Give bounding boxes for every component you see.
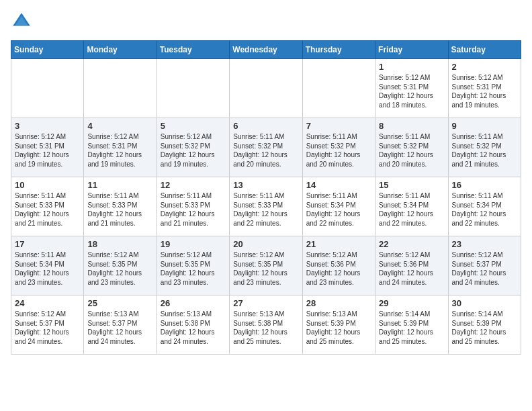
cell-info: Sunrise: 5:11 AM Sunset: 5:32 PM Dayligh… bbox=[379, 132, 444, 169]
column-header-friday: Friday bbox=[375, 41, 448, 59]
calendar-body: 1Sunrise: 5:12 AM Sunset: 5:31 PM Daylig… bbox=[11, 59, 521, 355]
cell-date: 21 bbox=[306, 239, 371, 249]
cell-info: Sunrise: 5:11 AM Sunset: 5:33 PM Dayligh… bbox=[161, 191, 226, 228]
cell-info: Sunrise: 5:11 AM Sunset: 5:32 PM Dayligh… bbox=[306, 132, 371, 169]
cell-date: 2 bbox=[452, 62, 517, 72]
cell-date: 14 bbox=[306, 180, 371, 190]
cell-date: 5 bbox=[161, 121, 226, 131]
calendar-cell: 27Sunrise: 5:13 AM Sunset: 5:38 PM Dayli… bbox=[230, 295, 302, 355]
calendar-cell: 22Sunrise: 5:12 AM Sunset: 5:36 PM Dayli… bbox=[375, 236, 448, 295]
cell-date: 3 bbox=[15, 121, 80, 131]
calendar-cell: 4Sunrise: 5:12 AM Sunset: 5:31 PM Daylig… bbox=[84, 118, 157, 177]
cell-info: Sunrise: 5:11 AM Sunset: 5:34 PM Dayligh… bbox=[15, 250, 80, 287]
calendar-cell: 2Sunrise: 5:12 AM Sunset: 5:31 PM Daylig… bbox=[448, 59, 521, 118]
calendar-cell: 24Sunrise: 5:12 AM Sunset: 5:37 PM Dayli… bbox=[11, 295, 84, 355]
cell-date: 11 bbox=[87, 180, 152, 190]
cell-info: Sunrise: 5:11 AM Sunset: 5:34 PM Dayligh… bbox=[306, 191, 371, 228]
calendar-cell: 26Sunrise: 5:13 AM Sunset: 5:38 PM Dayli… bbox=[157, 295, 229, 355]
cell-date: 27 bbox=[233, 298, 298, 308]
cell-info: Sunrise: 5:12 AM Sunset: 5:31 PM Dayligh… bbox=[87, 132, 152, 169]
cell-info: Sunrise: 5:14 AM Sunset: 5:39 PM Dayligh… bbox=[452, 310, 517, 346]
calendar-cell bbox=[84, 59, 157, 118]
calendar-cell: 16Sunrise: 5:11 AM Sunset: 5:34 PM Dayli… bbox=[448, 177, 521, 236]
cell-date: 29 bbox=[379, 298, 444, 308]
calendar-cell: 30Sunrise: 5:14 AM Sunset: 5:39 PM Dayli… bbox=[448, 295, 521, 355]
calendar-cell bbox=[11, 59, 84, 118]
calendar-cell bbox=[302, 59, 375, 118]
cell-date: 10 bbox=[15, 180, 80, 190]
cell-info: Sunrise: 5:12 AM Sunset: 5:35 PM Dayligh… bbox=[233, 250, 298, 287]
week-row-3: 10Sunrise: 5:11 AM Sunset: 5:33 PM Dayli… bbox=[11, 177, 521, 236]
cell-date: 30 bbox=[452, 298, 517, 308]
cell-date: 7 bbox=[306, 121, 371, 131]
cell-date: 4 bbox=[87, 121, 152, 131]
calendar-table: SundayMondayTuesdayWednesdayThursdayFrid… bbox=[11, 40, 521, 355]
cell-info: Sunrise: 5:13 AM Sunset: 5:39 PM Dayligh… bbox=[306, 310, 371, 346]
calendar-cell bbox=[230, 59, 302, 118]
calendar-cell: 1Sunrise: 5:12 AM Sunset: 5:31 PM Daylig… bbox=[375, 59, 448, 118]
cell-date: 15 bbox=[379, 180, 444, 190]
calendar-cell: 10Sunrise: 5:11 AM Sunset: 5:33 PM Dayli… bbox=[11, 177, 84, 236]
calendar-cell: 21Sunrise: 5:12 AM Sunset: 5:36 PM Dayli… bbox=[302, 236, 375, 295]
cell-info: Sunrise: 5:12 AM Sunset: 5:35 PM Dayligh… bbox=[161, 250, 226, 287]
page-header bbox=[11, 11, 521, 32]
calendar-cell: 12Sunrise: 5:11 AM Sunset: 5:33 PM Dayli… bbox=[157, 177, 229, 236]
cell-date: 25 bbox=[87, 298, 152, 308]
week-row-1: 1Sunrise: 5:12 AM Sunset: 5:31 PM Daylig… bbox=[11, 59, 521, 118]
calendar-cell: 5Sunrise: 5:12 AM Sunset: 5:32 PM Daylig… bbox=[157, 118, 229, 177]
calendar-cell: 9Sunrise: 5:11 AM Sunset: 5:32 PM Daylig… bbox=[448, 118, 521, 177]
calendar-cell: 19Sunrise: 5:12 AM Sunset: 5:35 PM Dayli… bbox=[157, 236, 229, 295]
calendar-cell: 29Sunrise: 5:14 AM Sunset: 5:39 PM Dayli… bbox=[375, 295, 448, 355]
cell-info: Sunrise: 5:12 AM Sunset: 5:32 PM Dayligh… bbox=[161, 132, 226, 169]
column-header-tuesday: Tuesday bbox=[157, 41, 229, 59]
cell-date: 24 bbox=[15, 298, 80, 308]
cell-date: 19 bbox=[161, 239, 226, 249]
cell-info: Sunrise: 5:12 AM Sunset: 5:36 PM Dayligh… bbox=[379, 250, 444, 287]
cell-date: 16 bbox=[452, 180, 517, 190]
cell-info: Sunrise: 5:13 AM Sunset: 5:37 PM Dayligh… bbox=[87, 310, 152, 346]
cell-date: 26 bbox=[161, 298, 226, 308]
cell-info: Sunrise: 5:11 AM Sunset: 5:33 PM Dayligh… bbox=[233, 191, 298, 228]
calendar-cell: 28Sunrise: 5:13 AM Sunset: 5:39 PM Dayli… bbox=[302, 295, 375, 355]
cell-date: 8 bbox=[379, 121, 444, 131]
column-header-wednesday: Wednesday bbox=[230, 41, 302, 59]
cell-info: Sunrise: 5:11 AM Sunset: 5:32 PM Dayligh… bbox=[233, 132, 298, 169]
column-header-saturday: Saturday bbox=[448, 41, 521, 59]
cell-date: 12 bbox=[161, 180, 226, 190]
logo bbox=[11, 11, 35, 32]
cell-info: Sunrise: 5:12 AM Sunset: 5:31 PM Dayligh… bbox=[379, 73, 444, 109]
week-row-4: 17Sunrise: 5:11 AM Sunset: 5:34 PM Dayli… bbox=[11, 236, 521, 295]
cell-info: Sunrise: 5:13 AM Sunset: 5:38 PM Dayligh… bbox=[233, 310, 298, 346]
calendar-cell bbox=[157, 59, 229, 118]
calendar-cell: 25Sunrise: 5:13 AM Sunset: 5:37 PM Dayli… bbox=[84, 295, 157, 355]
cell-date: 13 bbox=[233, 180, 298, 190]
calendar-cell: 18Sunrise: 5:12 AM Sunset: 5:35 PM Dayli… bbox=[84, 236, 157, 295]
calendar-cell: 23Sunrise: 5:12 AM Sunset: 5:37 PM Dayli… bbox=[448, 236, 521, 295]
cell-info: Sunrise: 5:12 AM Sunset: 5:37 PM Dayligh… bbox=[452, 250, 517, 287]
cell-info: Sunrise: 5:11 AM Sunset: 5:34 PM Dayligh… bbox=[379, 191, 444, 228]
cell-date: 17 bbox=[15, 239, 80, 249]
header-row: SundayMondayTuesdayWednesdayThursdayFrid… bbox=[11, 41, 521, 59]
calendar-cell: 6Sunrise: 5:11 AM Sunset: 5:32 PM Daylig… bbox=[230, 118, 302, 177]
calendar-cell: 15Sunrise: 5:11 AM Sunset: 5:34 PM Dayli… bbox=[375, 177, 448, 236]
cell-date: 18 bbox=[87, 239, 152, 249]
cell-date: 28 bbox=[306, 298, 371, 308]
cell-info: Sunrise: 5:12 AM Sunset: 5:37 PM Dayligh… bbox=[15, 310, 80, 346]
cell-date: 6 bbox=[233, 121, 298, 131]
cell-info: Sunrise: 5:13 AM Sunset: 5:38 PM Dayligh… bbox=[161, 310, 226, 346]
cell-info: Sunrise: 5:11 AM Sunset: 5:32 PM Dayligh… bbox=[452, 132, 517, 169]
cell-date: 1 bbox=[379, 62, 444, 72]
column-header-thursday: Thursday bbox=[302, 41, 375, 59]
calendar-cell: 14Sunrise: 5:11 AM Sunset: 5:34 PM Dayli… bbox=[302, 177, 375, 236]
cell-info: Sunrise: 5:14 AM Sunset: 5:39 PM Dayligh… bbox=[379, 310, 444, 346]
calendar-cell: 13Sunrise: 5:11 AM Sunset: 5:33 PM Dayli… bbox=[230, 177, 302, 236]
cell-info: Sunrise: 5:11 AM Sunset: 5:33 PM Dayligh… bbox=[15, 191, 80, 228]
column-header-sunday: Sunday bbox=[11, 41, 84, 59]
cell-info: Sunrise: 5:12 AM Sunset: 5:36 PM Dayligh… bbox=[306, 250, 371, 287]
logo-icon bbox=[11, 11, 32, 32]
calendar-cell: 20Sunrise: 5:12 AM Sunset: 5:35 PM Dayli… bbox=[230, 236, 302, 295]
calendar-cell: 11Sunrise: 5:11 AM Sunset: 5:33 PM Dayli… bbox=[84, 177, 157, 236]
cell-info: Sunrise: 5:11 AM Sunset: 5:34 PM Dayligh… bbox=[452, 191, 517, 228]
week-row-5: 24Sunrise: 5:12 AM Sunset: 5:37 PM Dayli… bbox=[11, 295, 521, 355]
cell-info: Sunrise: 5:12 AM Sunset: 5:31 PM Dayligh… bbox=[15, 132, 80, 169]
